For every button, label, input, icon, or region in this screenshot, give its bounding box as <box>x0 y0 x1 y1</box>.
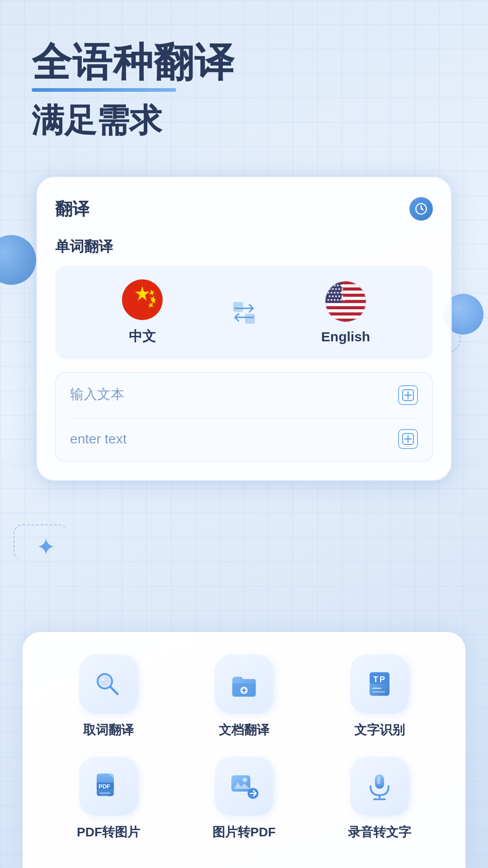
search-translate-icon <box>92 668 125 700</box>
main-translation-card: 翻译 单词翻译 中文 <box>36 176 452 481</box>
document-translate-icon <box>228 668 260 700</box>
main-title: 全语种翻译 <box>32 41 456 85</box>
svg-rect-11 <box>325 284 366 287</box>
svg-rect-7 <box>233 302 243 312</box>
svg-rect-46 <box>231 775 250 792</box>
us-flag: ★★★★★★ ★★★★★ ★★★★★★ ★★★★★ ★★★★★★ <box>325 281 366 322</box>
ocr-icon: T P <box>363 668 396 700</box>
svg-point-47 <box>243 778 247 782</box>
doc-translate-label-text: 文档翻译 <box>219 722 269 739</box>
pdf-to-image-label-text: PDF转图片 <box>77 824 140 841</box>
svg-text:PDF: PDF <box>99 783 110 790</box>
audio-to-text-icon-wrapper <box>350 757 409 816</box>
svg-rect-39 <box>372 688 381 689</box>
en-input-label[interactable]: enter text <box>70 431 127 447</box>
swap-languages-button[interactable] <box>221 298 267 327</box>
svg-text:T: T <box>373 675 378 684</box>
cn-input-label[interactable]: 输入文本 <box>70 385 124 404</box>
word-translate-label: 单词翻译 <box>55 237 433 257</box>
tool-pdf-to-image[interactable]: PDF PDF转图片 <box>45 757 172 841</box>
image-to-pdf-label-text: 图片转PDF <box>212 824 276 841</box>
svg-rect-14 <box>325 303 366 306</box>
card-header: 翻译 <box>55 197 433 221</box>
image-to-pdf-icon <box>228 770 260 802</box>
cn-add-button[interactable] <box>398 385 418 405</box>
source-language-name: 中文 <box>129 327 156 346</box>
svg-point-31 <box>100 676 110 686</box>
svg-rect-16 <box>325 315 366 318</box>
svg-rect-15 <box>325 309 366 312</box>
header-section: 全语种翻译 满足需求 <box>0 0 488 140</box>
tools-grid-card: 取词翻译 <box>23 632 465 868</box>
target-language-name: English <box>321 329 370 344</box>
svg-text:★★★★★★: ★★★★★★ <box>327 298 346 302</box>
history-icon[interactable] <box>409 197 433 221</box>
sparkle-decoration: ✦ <box>36 533 56 561</box>
decorative-sphere-left <box>0 235 36 285</box>
audio-to-text-icon <box>363 770 396 802</box>
svg-rect-8 <box>245 314 255 324</box>
pdf-to-image-icon: PDF <box>92 770 125 802</box>
target-language-item[interactable]: ★★★★★★ ★★★★★ ★★★★★★ ★★★★★ ★★★★★★ English <box>267 281 424 344</box>
svg-text:P: P <box>380 675 385 684</box>
ocr-icon-wrapper: T P <box>350 655 409 713</box>
svg-rect-45 <box>99 795 108 797</box>
tool-doc-translate[interactable]: 文档翻译 <box>181 655 307 739</box>
pdf-to-image-icon-wrapper: PDF <box>79 757 138 816</box>
image-to-pdf-icon-wrapper <box>215 757 273 816</box>
tool-image-to-pdf[interactable]: 图片转PDF <box>181 757 307 841</box>
tool-ocr[interactable]: T P 文字识别 <box>316 655 443 739</box>
audio-to-text-label-text: 录音转文字 <box>348 824 411 841</box>
ocr-label-text: 文字识别 <box>354 722 405 739</box>
en-add-button[interactable] <box>398 429 418 449</box>
source-language-item[interactable]: 中文 <box>64 279 221 346</box>
language-selector: 中文 <box>55 266 433 359</box>
svg-point-33 <box>102 678 104 681</box>
word-translate-icon-wrapper <box>79 655 138 713</box>
cn-input-row: 输入文本 <box>70 385 418 418</box>
tool-audio-to-text[interactable]: 录音转文字 <box>316 757 443 841</box>
title-underline <box>32 88 176 92</box>
chinese-flag <box>122 279 163 320</box>
tool-word-translate[interactable]: 取词翻译 <box>45 655 172 739</box>
svg-rect-40 <box>372 691 385 693</box>
sub-title: 满足需求 <box>32 101 456 140</box>
svg-line-32 <box>110 687 117 694</box>
card-title: 翻译 <box>55 198 89 221</box>
svg-point-1 <box>122 279 163 320</box>
en-input-row: enter text <box>70 418 418 449</box>
svg-rect-44 <box>99 793 110 794</box>
word-translate-label-text: 取词翻译 <box>83 722 134 739</box>
tools-grid: 取词翻译 <box>45 655 443 841</box>
doc-translate-icon-wrapper <box>215 655 273 713</box>
svg-rect-50 <box>377 776 380 784</box>
text-input-card: 输入文本 enter text <box>55 372 433 462</box>
